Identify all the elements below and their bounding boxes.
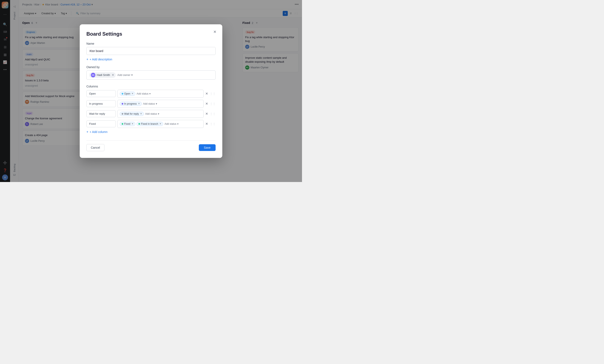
add-status-open-button[interactable]: Add status ▾ (137, 92, 151, 95)
status-chip-remove-open[interactable]: ✕ (131, 92, 133, 95)
column-drag-open-handle[interactable]: ⋮⋮ (210, 92, 216, 95)
add-description-label: + Add description (89, 58, 112, 61)
add-column-button[interactable]: + + Add column (86, 130, 108, 134)
status-tags-inprogress: In progress ✕ Add status ▾ (117, 100, 204, 108)
add-owner-label: Add owner (117, 73, 130, 76)
status-chip-remove-fixedinbranch[interactable]: ✕ (159, 123, 161, 125)
status-chip-remove-inprogress[interactable]: ✕ (138, 102, 140, 105)
status-chip-fixedinbranch: Fixed in branch ✕ (137, 122, 163, 126)
status-dot-open (122, 93, 123, 95)
add-status-dropdown-icon: ▾ (149, 92, 151, 95)
status-tags-open: Open ✕ Add status ▾ (117, 90, 204, 98)
add-owner-dropdown-icon: ▾ (131, 73, 133, 76)
columns-section: Columns Open ✕ Add status ▾ ✕ ⋮⋮ (86, 85, 216, 134)
status-chip-open: Open ✕ (120, 92, 135, 96)
add-column-label: + Add column (89, 130, 107, 134)
status-chip-inprogress: In progress ✕ (120, 102, 142, 106)
add-status-waitforreply-button[interactable]: Add status ▾ (145, 113, 159, 115)
status-dot-fixedinbranch (138, 123, 140, 125)
status-dot-inprogress (122, 103, 123, 105)
status-dot-waitforreply (122, 113, 123, 115)
owner-chip: HS Hadi Smith ✕ (89, 72, 116, 78)
column-remove-waitforreply-button[interactable]: ✕ (205, 112, 208, 116)
board-settings-modal: Board Settings ✕ Name + + Add descriptio… (80, 24, 222, 158)
add-status-inprogress-button[interactable]: Add status ▾ (143, 102, 157, 105)
add-column-plus-icon: + (86, 130, 88, 134)
column-name-input-open[interactable] (86, 90, 116, 97)
owned-by-field: HS Hadi Smith ✕ Add owner ▾ (86, 70, 216, 80)
column-row-fixed: Fixed ✕ Fixed in branch ✕ Add status ▾ ✕… (86, 120, 216, 128)
status-chip-remove-waitforreply[interactable]: ✕ (140, 113, 142, 115)
status-chip-remove-fixed[interactable]: ✕ (131, 123, 133, 125)
owner-remove-button[interactable]: ✕ (112, 73, 114, 76)
name-input[interactable] (86, 47, 216, 55)
add-owner-button[interactable]: Add owner ▾ (117, 73, 133, 76)
column-remove-fixed-button[interactable]: ✕ (205, 122, 208, 126)
status-chip-waitforreply: Wait for reply ✕ (120, 112, 144, 116)
owned-by-label: Owned by (86, 65, 216, 69)
save-button[interactable]: Save (199, 144, 216, 151)
column-remove-open-button[interactable]: ✕ (205, 92, 208, 96)
owner-avatar: HS (91, 73, 95, 77)
add-status-dropdown-icon: ▾ (177, 123, 178, 126)
column-name-input-waitforreply[interactable] (86, 110, 116, 117)
plus-icon: + (86, 57, 88, 61)
column-name-input-inprogress[interactable] (86, 100, 116, 107)
column-name-input-fixed[interactable] (86, 120, 116, 127)
status-dot-fixed (122, 123, 123, 125)
add-status-dropdown-icon: ▾ (156, 102, 157, 105)
add-description-button[interactable]: + + Add description (86, 57, 112, 61)
status-chip-fixed: Fixed ✕ (120, 122, 135, 126)
status-tags-waitforreply: Wait for reply ✕ Add status ▾ (117, 110, 204, 118)
modal-overlay[interactable]: Board Settings ✕ Name + + Add descriptio… (0, 0, 302, 182)
status-tags-fixed: Fixed ✕ Fixed in branch ✕ Add status ▾ (117, 120, 204, 128)
owner-name: Hadi Smith (97, 73, 110, 76)
add-status-fixed-button[interactable]: Add status ▾ (164, 123, 178, 126)
column-drag-inprogress-handle[interactable]: ⋮⋮ (210, 102, 216, 105)
modal-title: Board Settings (86, 31, 216, 37)
column-row-waitforreply: Wait for reply ✕ Add status ▾ ✕ ⋮⋮ (86, 110, 216, 118)
modal-close-button[interactable]: ✕ (211, 28, 218, 35)
name-label: Name (86, 42, 216, 45)
columns-label: Columns (86, 85, 216, 88)
column-remove-inprogress-button[interactable]: ✕ (205, 102, 208, 106)
add-status-dropdown-icon: ▾ (158, 113, 159, 115)
column-row-open: Open ✕ Add status ▾ ✕ ⋮⋮ (86, 90, 216, 98)
column-drag-fixed-handle[interactable]: ⋮⋮ (210, 122, 216, 126)
column-row-inprogress: In progress ✕ Add status ▾ ✕ ⋮⋮ (86, 100, 216, 108)
cancel-button[interactable]: Cancel (86, 144, 104, 151)
column-drag-waitforreply-handle[interactable]: ⋮⋮ (210, 112, 216, 115)
modal-footer: Cancel Save (86, 140, 216, 151)
